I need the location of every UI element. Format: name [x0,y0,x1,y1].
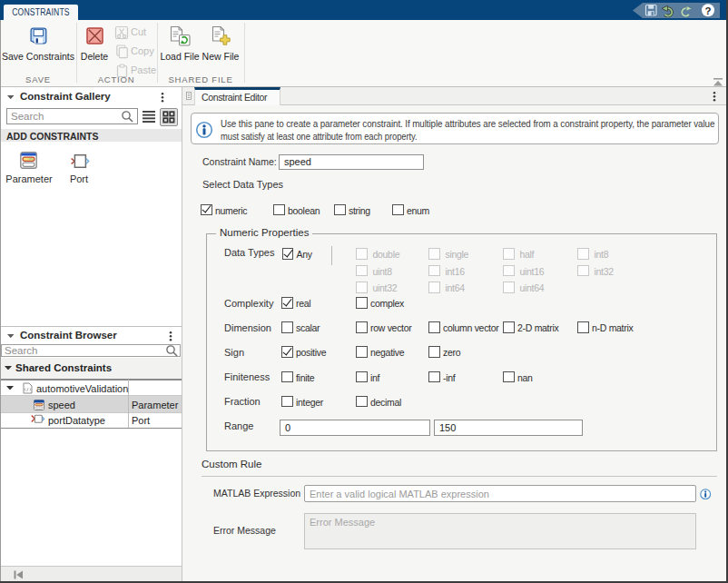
svg-text:?: ? [704,5,711,16]
